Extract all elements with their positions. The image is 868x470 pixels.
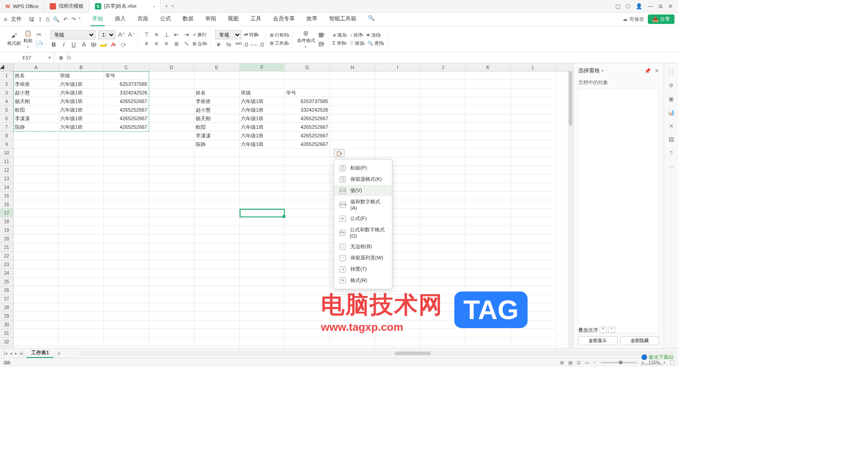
tab-smart[interactable]: 智能工具箱 xyxy=(327,12,358,26)
menu-value[interactable]: 123值(V) xyxy=(334,185,392,196)
cell[interactable] xyxy=(149,338,194,346)
cell[interactable] xyxy=(194,209,240,217)
cell[interactable]: 欧阳 xyxy=(14,106,59,114)
cell[interactable] xyxy=(466,235,511,243)
tab-insert[interactable]: 插入 xyxy=(113,12,127,26)
cell[interactable] xyxy=(375,149,420,157)
row-header[interactable]: 27 xyxy=(0,295,14,303)
save-icon[interactable]: 🖫 xyxy=(29,16,34,23)
cell[interactable] xyxy=(285,346,330,348)
cell[interactable] xyxy=(194,217,240,226)
cell[interactable] xyxy=(149,252,194,260)
row-header[interactable]: 33 xyxy=(0,346,14,348)
cell[interactable] xyxy=(466,338,511,346)
cell[interactable] xyxy=(375,140,420,149)
col-header[interactable]: H xyxy=(330,63,375,71)
menu-value-number-format[interactable]: 12%值和数字格式(A) xyxy=(334,196,392,213)
cell[interactable] xyxy=(330,140,375,149)
tab-dropdown[interactable]: ▾ xyxy=(172,4,174,8)
cell[interactable] xyxy=(420,192,466,200)
export-icon[interactable]: ⇪ xyxy=(38,16,42,23)
cell[interactable] xyxy=(420,277,466,286)
row-header[interactable]: 1 xyxy=(0,71,14,80)
cell[interactable] xyxy=(420,243,466,252)
cell[interactable] xyxy=(466,192,511,200)
cell[interactable] xyxy=(511,140,556,149)
cell[interactable] xyxy=(240,174,285,183)
cell[interactable] xyxy=(104,269,149,277)
cell[interactable] xyxy=(466,157,511,166)
cell[interactable] xyxy=(420,338,466,346)
cell[interactable] xyxy=(466,89,511,97)
panel-icon[interactable]: ▢ xyxy=(615,3,620,9)
cell[interactable] xyxy=(285,277,330,286)
align-right-icon[interactable]: ≡ xyxy=(163,40,170,47)
align-middle-icon[interactable]: ≡ xyxy=(153,31,160,38)
cell[interactable] xyxy=(149,149,194,157)
format-brush-button[interactable]: 🖌格式刷 xyxy=(7,32,21,47)
cell[interactable] xyxy=(330,338,375,346)
cell[interactable] xyxy=(104,252,149,260)
col-header[interactable]: J xyxy=(420,63,466,71)
cell[interactable]: 六年级1班 xyxy=(59,80,104,89)
cell[interactable] xyxy=(149,183,194,192)
cell[interactable] xyxy=(149,132,194,140)
cell[interactable]: 学号 xyxy=(285,89,330,97)
cell[interactable] xyxy=(14,269,59,277)
strike-icon[interactable]: A̶ xyxy=(80,41,87,48)
row-header[interactable]: 29 xyxy=(0,312,14,320)
move-down-icon[interactable]: ˅ xyxy=(608,327,615,333)
row-header[interactable]: 31 xyxy=(0,329,14,338)
find-button[interactable]: 🔍 查找▾ xyxy=(368,40,384,47)
row-header[interactable]: 14 xyxy=(0,183,14,192)
row-header[interactable]: 6 xyxy=(0,114,14,123)
menu-no-border[interactable]: ⬚无边框(B) xyxy=(334,241,392,252)
sheet-first-icon[interactable]: |◂ xyxy=(4,351,7,356)
cell[interactable] xyxy=(420,209,466,217)
tab-data[interactable]: 数据 xyxy=(181,12,195,26)
preview-icon[interactable]: 🔍 xyxy=(53,16,60,23)
cell[interactable] xyxy=(59,132,104,140)
cell[interactable] xyxy=(240,303,285,312)
currency-icon[interactable]: ¥▾ xyxy=(215,41,222,48)
col-header[interactable]: K xyxy=(466,63,511,71)
cell[interactable] xyxy=(511,106,556,114)
cell[interactable] xyxy=(511,80,556,89)
cell[interactable] xyxy=(14,149,59,157)
cell[interactable] xyxy=(149,269,194,277)
cell[interactable] xyxy=(59,269,104,277)
cell[interactable] xyxy=(59,320,104,329)
cell[interactable] xyxy=(59,346,104,348)
col-header[interactable]: A xyxy=(14,63,59,71)
cell[interactable] xyxy=(511,166,556,174)
cell[interactable] xyxy=(240,329,285,338)
cell[interactable] xyxy=(330,97,375,106)
cell[interactable] xyxy=(149,157,194,166)
cell[interactable] xyxy=(104,277,149,286)
decrease-font-icon[interactable]: A⁻ xyxy=(128,31,135,38)
cell[interactable] xyxy=(420,71,466,80)
row-header[interactable]: 8 xyxy=(0,132,14,140)
cell[interactable] xyxy=(104,338,149,346)
cell[interactable]: 学号 xyxy=(104,71,149,80)
cell[interactable] xyxy=(240,226,285,235)
tab-view[interactable]: 视图 xyxy=(226,12,241,26)
row-header[interactable]: 30 xyxy=(0,320,14,329)
fill-color-icon[interactable]: ▬▾ xyxy=(100,41,107,48)
view-pagebreak-icon[interactable]: ⊡ xyxy=(577,360,580,365)
cell[interactable]: 李依依 xyxy=(14,80,59,89)
cell[interactable]: 六年级1班 xyxy=(240,132,285,140)
cell[interactable] xyxy=(149,260,194,269)
cell[interactable]: 欧阳 xyxy=(194,123,240,132)
col-header[interactable]: C xyxy=(104,63,149,71)
fill-button[interactable]: ⊕ 填充▾ xyxy=(333,32,348,38)
cube-icon[interactable]: ⬡ xyxy=(626,3,630,9)
cell[interactable] xyxy=(420,166,466,174)
cell[interactable] xyxy=(375,80,420,89)
sort-button[interactable]: ↕ 排序▾ xyxy=(350,32,363,38)
cell[interactable] xyxy=(104,192,149,200)
cell[interactable] xyxy=(14,192,59,200)
cell[interactable] xyxy=(466,243,511,252)
rail-settings-icon[interactable]: ⚙ xyxy=(669,82,674,89)
worksheet-button[interactable]: ⊞ 工作表▾ xyxy=(270,40,289,47)
